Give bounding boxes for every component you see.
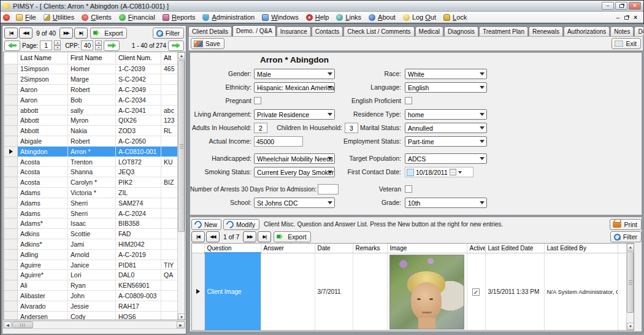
- tab-treatment-plan[interactable]: Treatment Plan: [479, 26, 528, 36]
- menu-windows[interactable]: Windows: [259, 12, 304, 22]
- client-row[interactable]: AaronRobertA-C-2049: [4, 85, 179, 95]
- client-row[interactable]: AdamsVictoria *ZIL: [4, 188, 179, 198]
- calendar-icon[interactable]: [450, 169, 456, 175]
- scroll-left-icon[interactable]: ◀: [4, 322, 12, 328]
- page-spinner[interactable]: ▲▼: [54, 40, 61, 50]
- ethnicity-select[interactable]: Hispanic: Mexican American: [254, 82, 335, 93]
- client-row[interactable]: AliRyanKEN56901: [4, 280, 179, 291]
- qa-last-button[interactable]: ▶|: [258, 231, 271, 242]
- col-active[interactable]: Active: [467, 244, 485, 253]
- date-enable-checkbox[interactable]: [407, 169, 414, 176]
- prev-page-button[interactable]: ◀◀: [19, 28, 33, 39]
- client-list-hscrollbar[interactable]: ◀ ▶: [3, 321, 185, 329]
- scroll-down-icon[interactable]: ▼: [178, 314, 185, 320]
- client-row[interactable]: AdlingArnoldA-C-2019: [4, 249, 179, 260]
- go-button[interactable]: [104, 40, 120, 51]
- col-client-num[interactable]: Client Num.: [116, 52, 161, 64]
- menu-reports[interactable]: Reports: [160, 12, 201, 22]
- client-row[interactable]: AbingdonArron *A-C0810-001: [4, 146, 179, 156]
- client-row[interactable]: Aguirre*LoriDAL0QA: [4, 270, 179, 280]
- client-row[interactable]: AcostaShannaJEQ3: [4, 167, 179, 177]
- exit-button[interactable]: Exit: [611, 38, 641, 49]
- col-answer[interactable]: Answer: [261, 244, 315, 253]
- filter-button[interactable]: Filter: [153, 28, 184, 39]
- veteran-checkbox[interactable]: [405, 185, 412, 193]
- col-image[interactable]: Image: [387, 244, 467, 253]
- client-row[interactable]: abbottsallyA-C-2041abc: [4, 105, 179, 115]
- save-button[interactable]: Save: [191, 38, 224, 49]
- scroll-up-icon[interactable]: ▲: [627, 244, 634, 251]
- menu-administration[interactable]: Administration: [200, 12, 259, 22]
- menu-about[interactable]: About: [366, 12, 401, 22]
- first-contact-date-picker[interactable]: 10/18/2011: [405, 167, 473, 177]
- menu-help[interactable]: Help: [304, 12, 334, 22]
- tab-authorizations[interactable]: Authorizations: [564, 26, 610, 36]
- menu-utilities[interactable]: Utilities: [41, 12, 79, 22]
- new-button[interactable]: New: [191, 219, 221, 230]
- tab-insurance[interactable]: Insurance: [277, 26, 311, 36]
- client-row[interactable]: AguirreJanicePID81TIY: [4, 260, 179, 270]
- col-alt[interactable]: Alt: [161, 52, 179, 64]
- last-page-button[interactable]: ▶|: [74, 28, 88, 39]
- scroll-down-icon[interactable]: ▼: [627, 323, 634, 330]
- client-row[interactable]: Adams*IsaacBIB358: [4, 218, 179, 229]
- client-row[interactable]: AdamsSherriA-C-2024: [4, 208, 179, 218]
- restore-button[interactable]: [615, 2, 627, 10]
- tab-medical[interactable]: Medical: [415, 26, 443, 36]
- scroll-up-icon[interactable]: ▲: [178, 52, 185, 60]
- col-remarks[interactable]: Remarks: [353, 244, 387, 253]
- qa-row[interactable]: Client Image 3/7/2011: [192, 253, 627, 331]
- chevron-down-icon[interactable]: [458, 171, 462, 174]
- client-row[interactable]: AdkinsScottieFAD: [4, 229, 179, 239]
- actual-income-input[interactable]: [254, 136, 303, 147]
- client-row[interactable]: AbbottMyronQIX26123: [4, 115, 179, 126]
- qa-active-cell[interactable]: ✓: [467, 253, 485, 331]
- english-proficient-checkbox[interactable]: [405, 97, 412, 104]
- language-select[interactable]: English: [405, 82, 487, 93]
- client-list-scrollbar[interactable]: ▲ ▼: [177, 52, 185, 320]
- tab-notes[interactable]: Notes: [610, 26, 634, 36]
- client-row[interactable]: AbigaleRobertA-C-2050: [4, 136, 179, 147]
- page-input[interactable]: 1: [40, 40, 52, 50]
- first-page-button[interactable]: |◀: [4, 28, 18, 39]
- qa-remarks-cell[interactable]: [353, 253, 387, 331]
- menu-clients[interactable]: Clients: [79, 12, 117, 22]
- qa-last-edited-date-cell[interactable]: 3/15/2011 1:33 PM: [485, 253, 544, 331]
- residence-type-select[interactable]: home: [405, 109, 487, 120]
- client-row[interactable]: AndersenCodyHOS6: [4, 311, 179, 320]
- employment-status-select[interactable]: Part-time: [405, 136, 487, 147]
- client-row[interactable]: AcostaTrentonLOT872KU: [4, 156, 179, 167]
- minimize-button[interactable]: –: [602, 2, 614, 10]
- race-select[interactable]: White: [405, 69, 487, 79]
- tab-diagnosis[interactable]: Diagnosis: [444, 26, 478, 36]
- menu-links[interactable]: Links: [334, 12, 366, 22]
- gender-select[interactable]: Male: [254, 69, 335, 79]
- tab-documents[interactable]: Documents: [634, 26, 643, 36]
- col-last-edited-by[interactable]: Last Edited By: [544, 244, 618, 253]
- next-page-button[interactable]: ▶▶: [59, 28, 73, 39]
- qa-export-button[interactable]: Export: [274, 231, 310, 242]
- school-select[interactable]: St Johns CDC: [254, 198, 335, 208]
- menu-log-out[interactable]: Log Out: [401, 12, 441, 22]
- mdi-close-button[interactable]: ×: [634, 14, 637, 21]
- qa-last-edited-by-cell[interactable]: N/A System Administrator, QP: [544, 253, 618, 331]
- qa-prev-button[interactable]: ◀◀: [206, 231, 220, 242]
- client-row[interactable]: AcostaCarolyn *PIK2BIZ: [4, 177, 179, 188]
- client-row[interactable]: AlibasterJohnA-C0809-003: [4, 291, 179, 301]
- client-row[interactable]: AaronBobA-C-2034: [4, 94, 179, 105]
- living-arrangement-select[interactable]: Private Residence: [254, 109, 335, 120]
- pregnant-checkbox[interactable]: [254, 97, 261, 104]
- qa-answer-cell[interactable]: [261, 253, 315, 331]
- client-row[interactable]: AlvaradoJessieRAH17: [4, 301, 179, 311]
- tab-client-details[interactable]: Client Details: [188, 26, 232, 36]
- col-last-edited-date[interactable]: Last Edited Date: [485, 244, 544, 253]
- cpp-spinner[interactable]: ▲▼: [95, 40, 102, 50]
- refresh-forward-button[interactable]: [168, 40, 184, 51]
- qa-next-button[interactable]: ▶▶: [243, 231, 256, 242]
- client-row[interactable]: 1SimpsonHomer1-C-2039465: [4, 64, 179, 74]
- scroll-right-icon[interactable]: ▶: [177, 322, 185, 328]
- active-checkbox[interactable]: ✓: [472, 288, 480, 296]
- mdi-restore-button[interactable]: [624, 14, 629, 21]
- tab-renewals[interactable]: Renewals: [529, 26, 563, 36]
- adults-input[interactable]: [254, 123, 267, 133]
